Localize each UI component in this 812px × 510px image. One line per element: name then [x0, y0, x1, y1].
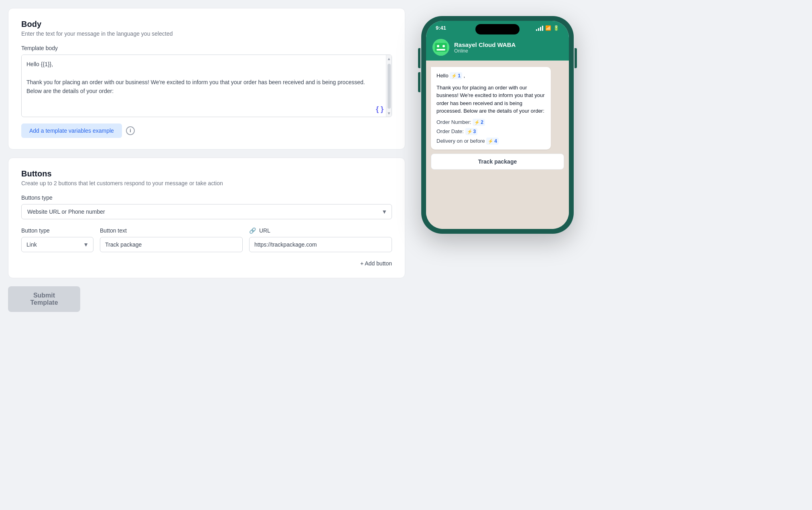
url-label: 🔗 URL — [249, 227, 392, 234]
scrollbar-down[interactable]: ▼ — [386, 109, 392, 117]
phone-status-bar: 9:41 📶 🔋 — [426, 21, 569, 34]
url-input[interactable] — [249, 237, 392, 252]
variable-chip-1: ⚡ 1 — [450, 72, 462, 79]
bolt-icon-3: ⚡ — [467, 128, 473, 135]
svg-point-2 — [437, 45, 439, 47]
body-actions: Add a template variables example i — [21, 123, 392, 138]
url-group: 🔗 URL — [249, 227, 392, 252]
template-body-wrapper: Hello {{1}}, Thank you for placing an or… — [21, 55, 392, 117]
order-number-row: Order Number: ⚡ 2 — [436, 118, 545, 126]
order-date-label: Order Date: — [436, 128, 464, 134]
body-title: Body — [21, 20, 392, 29]
bolt-icon-4: ⚡ — [488, 138, 493, 145]
variable-chip-3: ⚡ 3 — [465, 128, 478, 135]
phone-mockup: 9:41 📶 🔋 — [421, 16, 574, 234]
add-button-button[interactable]: + Add button — [360, 260, 392, 267]
var1-value: 1 — [458, 72, 461, 79]
buttons-card: Buttons Create up to 2 buttons that let … — [8, 158, 405, 278]
signal-bars-icon — [536, 25, 543, 31]
var4-value: 4 — [494, 138, 497, 145]
button-type-select-wrapper: Link Phone number ▼ — [21, 237, 93, 252]
scrollbar-thumb — [388, 64, 391, 109]
var3-value: 3 — [473, 128, 476, 135]
order-details: Order Number: ⚡ 2 Order Date: ⚡ 3 — [436, 118, 545, 145]
svg-point-3 — [443, 45, 445, 47]
phone-time: 9:41 — [436, 25, 446, 31]
button-type-label: Button type — [21, 227, 93, 234]
add-button-row: + Add button — [21, 260, 392, 267]
buttons-title: Buttons — [21, 169, 392, 178]
contact-info: Rasayel Cloud WABA Online — [454, 41, 516, 54]
template-body-textarea[interactable]: Hello {{1}}, Thank you for placing an or… — [22, 55, 392, 115]
button-fields-row: Button type Link Phone number ▼ Button t… — [21, 227, 392, 252]
bolt-icon-2: ⚡ — [474, 119, 480, 126]
bolt-icon-1: ⚡ — [451, 73, 457, 79]
buttons-type-label: Buttons type — [21, 194, 392, 201]
order-number-label: Order Number: — [436, 119, 471, 125]
button-text-label: Button text — [100, 227, 243, 234]
comma: , — [464, 73, 465, 79]
signal-bar-3 — [540, 27, 541, 31]
button-type-select[interactable]: Link Phone number — [21, 237, 93, 252]
phone-outer: 9:41 📶 🔋 — [421, 16, 574, 234]
link-icon: 🔗 — [249, 227, 256, 234]
chat-header: Rasayel Cloud WABA Online — [426, 34, 569, 61]
body-content: Thank you for placing an order with our … — [436, 85, 545, 114]
body-text: Thank you for placing an order with our … — [436, 84, 545, 115]
buttons-type-select[interactable]: Website URL or Phone number Quick Reply … — [21, 204, 392, 219]
battery-icon: 🔋 — [553, 25, 559, 31]
status-right: 📶 🔋 — [536, 25, 559, 31]
phone-inner: 9:41 📶 🔋 — [426, 21, 569, 229]
signal-bar-4 — [542, 26, 543, 31]
button-text-group: Button text — [100, 227, 243, 252]
buttons-type-select-wrapper: Website URL or Phone number Quick Reply … — [21, 204, 392, 219]
track-package-button[interactable]: Track package — [431, 154, 564, 170]
scrollbar-up[interactable]: ▲ — [386, 55, 392, 62]
button-type-group: Button type Link Phone number ▼ — [21, 227, 93, 252]
greeting-text: Hello — [436, 73, 449, 79]
signal-bar-2 — [538, 28, 539, 31]
variable-chip-2: ⚡ 2 — [473, 119, 485, 126]
info-icon[interactable]: i — [126, 126, 135, 135]
greeting-line: Hello ⚡ 1 , — [436, 72, 545, 80]
side-volume-up — [418, 48, 420, 68]
phone-notch — [475, 24, 520, 34]
side-power — [574, 48, 577, 68]
scrollbar-track: ▲ ▼ — [386, 55, 392, 117]
button-text-input[interactable] — [100, 237, 243, 252]
submit-area: Submit Template — [8, 286, 405, 312]
template-body-label: Template body — [21, 45, 392, 51]
var2-value: 2 — [481, 119, 483, 126]
wifi-icon: 📶 — [545, 25, 551, 31]
body-card: Body Enter the text for your message in … — [8, 8, 405, 150]
contact-avatar — [432, 39, 449, 56]
chat-bubble: Hello ⚡ 1 , Thank you for placing an ord… — [431, 67, 551, 150]
delivery-label: Delivery on or before — [436, 138, 485, 144]
body-subtitle: Enter the text for your message in the l… — [21, 30, 392, 37]
buttons-subtitle: Create up to 2 buttons that let customer… — [21, 180, 392, 186]
contact-name: Rasayel Cloud WABA — [454, 41, 516, 48]
svg-rect-4 — [436, 49, 445, 51]
add-variables-button[interactable]: Add a template variables example — [21, 123, 122, 138]
side-volume-down — [418, 72, 420, 92]
signal-bar-1 — [536, 29, 537, 31]
delivery-row: Delivery on or before ⚡ 4 — [436, 137, 545, 145]
curly-braces-icon[interactable]: { } — [376, 105, 384, 113]
order-date-row: Order Date: ⚡ 3 — [436, 128, 545, 136]
chat-body: Hello ⚡ 1 , Thank you for placing an ord… — [426, 61, 569, 229]
contact-status: Online — [454, 48, 516, 54]
variable-chip-4: ⚡ 4 — [486, 138, 499, 145]
submit-template-button[interactable]: Submit Template — [8, 286, 80, 312]
